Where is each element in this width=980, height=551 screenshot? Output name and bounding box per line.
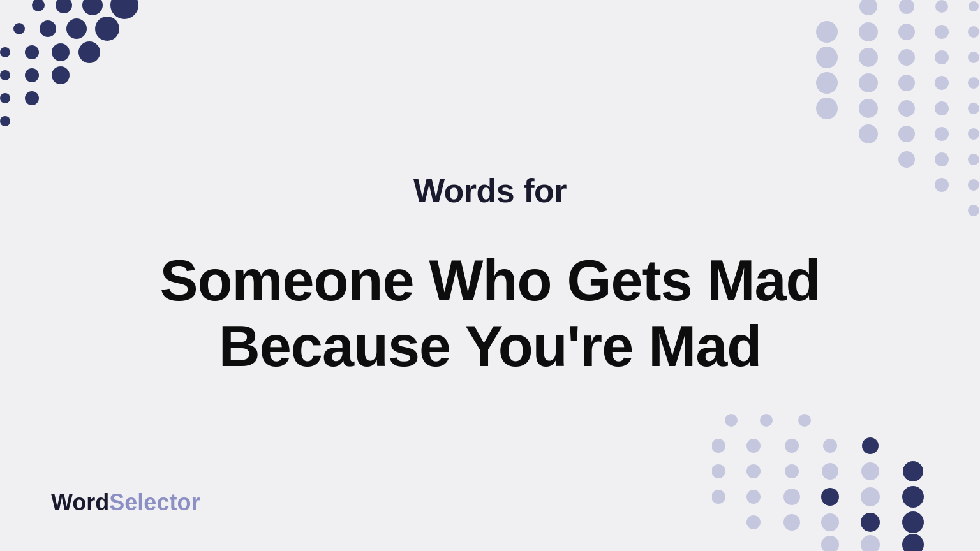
svg-point-75: [861, 513, 880, 532]
svg-point-63: [822, 463, 838, 480]
svg-point-61: [746, 464, 761, 478]
svg-point-74: [821, 513, 839, 531]
svg-point-15: [0, 93, 10, 103]
dots-bottom-right-decoration: [712, 411, 929, 551]
svg-point-41: [816, 98, 838, 119]
svg-point-24: [898, 24, 915, 40]
svg-point-13: [25, 68, 39, 82]
svg-point-48: [898, 151, 915, 168]
svg-point-45: [859, 124, 878, 143]
svg-point-59: [862, 437, 879, 454]
svg-point-71: [902, 486, 924, 508]
dots-top-left-decoration: [0, 0, 160, 140]
svg-point-70: [861, 487, 880, 506]
svg-point-2: [82, 0, 103, 15]
svg-point-14: [52, 66, 70, 84]
svg-point-34: [898, 75, 915, 91]
svg-point-78: [861, 535, 880, 551]
svg-point-36: [816, 72, 838, 94]
svg-point-56: [746, 439, 761, 453]
svg-point-4: [13, 23, 25, 34]
svg-point-7: [95, 17, 119, 41]
logo: WordSelector: [51, 489, 200, 516]
svg-point-16: [25, 91, 39, 105]
svg-point-38: [935, 101, 949, 115]
svg-point-3: [110, 0, 138, 19]
svg-point-60: [712, 464, 725, 478]
svg-point-50: [935, 178, 949, 192]
svg-point-17: [0, 116, 10, 126]
logo-selector-part: Selector: [109, 489, 200, 515]
title-line-1: Someone Who Gets Mad: [160, 248, 820, 314]
svg-point-49: [968, 179, 979, 191]
svg-point-57: [785, 439, 799, 453]
svg-point-51: [968, 205, 979, 216]
svg-point-67: [746, 490, 761, 504]
svg-point-44: [898, 126, 915, 142]
svg-point-23: [935, 25, 949, 39]
svg-point-72: [746, 515, 761, 529]
svg-point-1: [56, 0, 72, 13]
svg-point-65: [903, 461, 923, 481]
svg-point-58: [823, 439, 837, 453]
svg-point-33: [935, 76, 949, 90]
page-container: Words for Someone Who Gets Mad Because Y…: [0, 0, 980, 551]
main-title: Someone Who Gets Mad Because You're Mad: [160, 248, 820, 380]
svg-point-12: [0, 70, 10, 80]
svg-point-68: [783, 489, 800, 505]
svg-point-11: [78, 41, 100, 63]
svg-point-8: [0, 47, 10, 57]
svg-point-29: [898, 49, 915, 66]
svg-point-0: [32, 0, 45, 11]
svg-point-62: [785, 464, 799, 478]
svg-point-46: [968, 154, 979, 165]
svg-point-19: [935, 0, 948, 13]
svg-point-79: [902, 534, 924, 551]
svg-point-47: [935, 152, 949, 166]
svg-point-64: [861, 462, 879, 480]
svg-point-43: [935, 127, 949, 141]
svg-point-25: [859, 22, 878, 41]
title-line-2: Because You're Mad: [160, 314, 820, 380]
svg-point-69: [821, 488, 839, 506]
svg-point-32: [968, 77, 979, 89]
subtitle-words-for: Words for: [160, 172, 820, 210]
svg-point-21: [859, 0, 877, 15]
svg-point-40: [859, 99, 878, 118]
logo-word-part: Word: [51, 489, 109, 515]
svg-point-66: [712, 490, 725, 504]
main-content: Words for Someone Who Gets Mad Because Y…: [160, 172, 820, 380]
svg-point-53: [760, 414, 773, 427]
svg-point-22: [968, 26, 979, 38]
svg-point-55: [712, 439, 725, 453]
dots-top-right-decoration: [801, 0, 980, 242]
svg-point-54: [798, 414, 811, 427]
svg-point-76: [902, 511, 924, 533]
svg-point-10: [52, 43, 70, 61]
svg-point-5: [40, 20, 56, 37]
svg-point-39: [898, 100, 915, 117]
svg-point-18: [969, 1, 979, 11]
svg-point-77: [821, 536, 839, 551]
svg-point-28: [935, 50, 949, 64]
svg-point-31: [816, 47, 838, 68]
svg-point-37: [968, 103, 979, 114]
svg-point-73: [783, 514, 800, 531]
svg-point-42: [968, 128, 979, 140]
svg-point-35: [859, 73, 878, 92]
svg-point-26: [816, 21, 838, 43]
svg-point-52: [725, 414, 738, 427]
svg-point-30: [859, 48, 878, 67]
svg-point-27: [968, 52, 979, 63]
svg-point-20: [899, 0, 914, 14]
svg-point-6: [66, 18, 87, 39]
svg-point-9: [25, 45, 39, 59]
